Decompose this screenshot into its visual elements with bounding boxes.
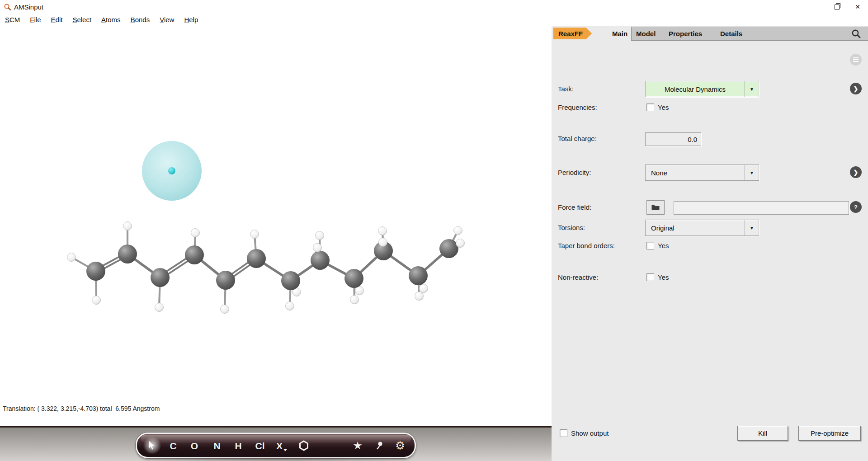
force-field-help-icon[interactable]: ?	[850, 201, 862, 213]
translation-status: Translation: ( 3.322, 3.215,-4.703) tota…	[3, 405, 160, 412]
taper-bond-orders-label: Taper bond orders:	[558, 242, 615, 249]
molecule-scene[interactable]	[0, 26, 552, 426]
atom-h[interactable]	[67, 253, 76, 262]
task-detail-chevron-icon[interactable]: ❯	[850, 83, 862, 94]
balloon-tool-button[interactable]	[375, 441, 383, 450]
atom-h[interactable]	[123, 222, 132, 230]
menu-bar: SCMFileEditSelectAtomsBondsViewHelp	[0, 14, 868, 26]
non-reactive-checkbox[interactable]	[646, 273, 654, 281]
total-charge-input[interactable]	[645, 132, 701, 146]
non-reactive-option-label: Yes	[658, 273, 669, 281]
atom-c[interactable]	[439, 239, 458, 258]
tab-main[interactable]: Main	[612, 28, 627, 39]
element-chlorine-button[interactable]: Cl	[255, 441, 265, 450]
folder-icon	[651, 204, 660, 211]
frequencies-checkbox[interactable]	[646, 103, 654, 111]
show-output-label: Show output	[571, 429, 609, 437]
settings-tool-button[interactable]: ⚙	[395, 440, 405, 451]
select-tool-button[interactable]	[149, 441, 156, 450]
atom-c[interactable]	[185, 245, 204, 264]
hamburger-icon	[853, 59, 859, 60]
atom-h[interactable]	[355, 287, 364, 295]
frequencies-option-label: Yes	[658, 103, 669, 111]
menu-select[interactable]: Select	[67, 16, 96, 24]
dropdown-arrow-icon[interactable]: ▼	[745, 220, 759, 235]
element-hydrogen-button[interactable]: H	[235, 441, 241, 450]
atom-h[interactable]	[221, 305, 229, 314]
panel-tab-bar: ReaxFF Main Model Properties Details	[552, 26, 868, 41]
menu-view[interactable]: View	[155, 16, 179, 24]
atom-h[interactable]	[191, 229, 200, 237]
atom-h[interactable]	[316, 231, 324, 240]
taper-checkbox[interactable]	[646, 242, 654, 249]
atom-h[interactable]	[313, 244, 322, 252]
atom-c[interactable]	[247, 249, 266, 268]
menu-help[interactable]: Help	[179, 16, 203, 24]
settings-panel: ReaxFF Main Model Properties Details Tas…	[552, 26, 868, 461]
force-field-browse-button[interactable]	[646, 200, 665, 215]
menu-edit[interactable]: Edit	[46, 16, 68, 24]
atom-h[interactable]	[379, 238, 387, 247]
menu-file[interactable]: File	[25, 16, 46, 24]
atom-h[interactable]	[378, 227, 387, 235]
atom-c[interactable]	[281, 271, 300, 290]
ring-tool-button[interactable]	[299, 440, 309, 451]
menu-bonds[interactable]: Bonds	[126, 16, 155, 24]
close-icon: ✕	[855, 4, 860, 10]
non-reactive-label: Non-reactive:	[558, 273, 598, 281]
atom-c[interactable]	[151, 268, 170, 287]
atom-h[interactable]	[456, 239, 465, 248]
dropdown-arrow-icon[interactable]: ▼	[745, 81, 759, 97]
panel-menu-icon[interactable]	[850, 54, 862, 66]
atom-c[interactable]	[216, 271, 235, 290]
periodicity-label: Periodicity:	[558, 169, 591, 176]
element-carbon-button[interactable]: C	[170, 441, 176, 450]
balloon-tool-icon	[375, 441, 383, 450]
periodicity-detail-chevron-icon[interactable]: ❯	[850, 166, 862, 178]
task-value: Molecular Dynamics	[646, 85, 745, 93]
dropdown-arrow-icon[interactable]: ▼	[745, 165, 759, 180]
kill-button[interactable]: Kill	[737, 426, 788, 441]
atom-h[interactable]	[250, 230, 259, 239]
atom-c[interactable]	[86, 262, 105, 281]
atom-h[interactable]	[92, 296, 101, 305]
element-picker-button[interactable]: X	[276, 441, 283, 450]
viewer-canvas[interactable]: Translation: ( 3.322, 3.215,-4.703) tota…	[0, 26, 552, 426]
atom-h[interactable]	[454, 226, 462, 235]
element-oxygen-button[interactable]: O	[191, 441, 198, 450]
atom-c[interactable]	[311, 251, 330, 270]
dropdown-caret-icon	[283, 449, 287, 451]
tab-reaxff[interactable]: ReaxFF	[553, 28, 592, 39]
region-core-atom[interactable]	[168, 167, 175, 174]
restore-button[interactable]	[826, 0, 847, 14]
tab-model[interactable]: Model	[636, 27, 656, 40]
element-toolbar: CONHClX★⚙	[136, 433, 416, 458]
atom-c[interactable]	[344, 269, 363, 288]
force-field-input[interactable]	[674, 201, 849, 215]
atom-c[interactable]	[118, 245, 137, 263]
task-dropdown[interactable]: Molecular Dynamics ▼	[645, 81, 759, 97]
tab-properties[interactable]: Properties	[669, 27, 702, 40]
atom-h[interactable]	[415, 292, 424, 301]
tab-details[interactable]: Details	[720, 27, 742, 40]
taper-option-label: Yes	[658, 242, 669, 249]
menu-scm[interactable]: SCM	[0, 16, 25, 24]
atom-h[interactable]	[286, 302, 294, 310]
torsions-dropdown[interactable]: Original ▼	[645, 220, 759, 236]
minimize-button[interactable]	[806, 0, 826, 14]
structures-tool-button[interactable]: ★	[353, 440, 363, 451]
atom-h[interactable]	[420, 284, 428, 293]
atom-h[interactable]	[155, 303, 164, 312]
show-output-checkbox[interactable]	[560, 429, 567, 437]
search-icon[interactable]	[851, 28, 862, 39]
atom-c[interactable]	[409, 266, 428, 285]
menu-atoms[interactable]: Atoms	[96, 16, 126, 24]
app-magnifier-icon	[4, 3, 11, 11]
close-button[interactable]: ✕	[847, 0, 868, 14]
pre-optimize-button[interactable]: Pre-optimize	[798, 426, 861, 441]
atom-h[interactable]	[350, 296, 359, 304]
element-nitrogen-button[interactable]: N	[213, 441, 220, 450]
window-title: AMSinput	[14, 3, 43, 11]
title-bar: AMSinput ✕	[0, 0, 868, 14]
periodicity-dropdown[interactable]: None ▼	[645, 165, 759, 181]
